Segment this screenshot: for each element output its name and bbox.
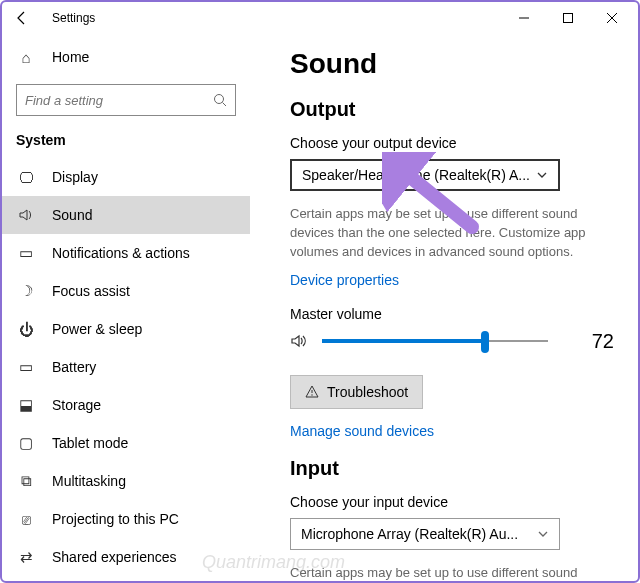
tablet-icon: ▢ (16, 433, 36, 453)
search-icon (213, 93, 227, 107)
output-device-properties-link[interactable]: Device properties (290, 272, 614, 288)
power-icon: ⏻ (16, 319, 36, 339)
window-title: Settings (52, 11, 95, 25)
close-button[interactable] (590, 3, 634, 33)
volume-icon[interactable] (290, 332, 308, 350)
sidebar-home[interactable]: ⌂ Home (2, 38, 250, 76)
battery-icon: ▭ (16, 357, 36, 377)
display-icon: 🖵 (16, 167, 36, 187)
multitasking-icon: ⧉ (16, 471, 36, 491)
window-controls (502, 3, 634, 33)
output-device-label: Choose your output device (290, 135, 614, 151)
output-heading: Output (290, 98, 614, 121)
sidebar-item-label: Multitasking (52, 473, 126, 489)
focus-icon: ☽ (16, 281, 36, 301)
sidebar-item-label: Notifications & actions (52, 245, 190, 261)
sidebar-item-storage[interactable]: ⬓ Storage (2, 386, 250, 424)
input-device-select[interactable]: Microphone Array (Realtek(R) Au... (290, 518, 560, 550)
svg-rect-1 (564, 14, 573, 23)
sidebar-item-clipboard[interactable]: 📋 Clipboard (2, 576, 250, 581)
storage-icon: ⬓ (16, 395, 36, 415)
sidebar-item-label: Home (52, 49, 89, 65)
sidebar-item-label: Display (52, 169, 98, 185)
sidebar-item-sound[interactable]: Sound (2, 196, 250, 234)
sidebar-item-shared[interactable]: ⇄ Shared experiences (2, 538, 250, 576)
svg-point-4 (215, 95, 224, 104)
volume-slider[interactable] (322, 339, 548, 343)
output-device-select[interactable]: Speaker/Headphone (Realtek(R) A... (290, 159, 560, 191)
sidebar-item-battery[interactable]: ▭ Battery (2, 348, 250, 386)
sidebar: ⌂ Home System 🖵 Display Sound ▭ Notifica… (2, 34, 250, 581)
input-desc: Certain apps may be set up to use differ… (290, 564, 614, 581)
sidebar-item-label: Power & sleep (52, 321, 142, 337)
slider-thumb[interactable] (481, 331, 489, 353)
home-icon: ⌂ (16, 47, 36, 67)
maximize-button[interactable] (546, 3, 590, 33)
sidebar-item-label: Focus assist (52, 283, 130, 299)
sidebar-item-label: Projecting to this PC (52, 511, 179, 527)
manage-devices-link[interactable]: Manage sound devices (290, 423, 614, 439)
output-device-value: Speaker/Headphone (Realtek(R) A... (302, 167, 530, 183)
troubleshoot-button[interactable]: Troubleshoot (290, 375, 423, 409)
sidebar-item-display[interactable]: 🖵 Display (2, 158, 250, 196)
sidebar-item-focus-assist[interactable]: ☽ Focus assist (2, 272, 250, 310)
input-heading: Input (290, 457, 614, 480)
chevron-down-icon (536, 169, 548, 181)
troubleshoot-label: Troubleshoot (327, 384, 408, 400)
volume-value: 72 (592, 330, 614, 353)
shared-icon: ⇄ (16, 547, 36, 567)
output-desc: Certain apps may be set up to use differ… (290, 205, 614, 262)
search-field[interactable] (25, 93, 213, 108)
svg-point-7 (311, 394, 312, 395)
projecting-icon: ⎚ (16, 509, 36, 529)
sidebar-item-multitasking[interactable]: ⧉ Multitasking (2, 462, 250, 500)
page-title: Sound (290, 48, 614, 80)
sidebar-item-power[interactable]: ⏻ Power & sleep (2, 310, 250, 348)
chevron-down-icon (537, 528, 549, 540)
master-volume-label: Master volume (290, 306, 614, 322)
sidebar-item-label: Shared experiences (52, 549, 177, 565)
sidebar-item-label: Storage (52, 397, 101, 413)
sidebar-item-tablet[interactable]: ▢ Tablet mode (2, 424, 250, 462)
sidebar-item-label: Battery (52, 359, 96, 375)
sidebar-item-label: Sound (52, 207, 92, 223)
svg-line-5 (223, 103, 227, 107)
search-input[interactable] (16, 84, 236, 116)
sidebar-item-projecting[interactable]: ⎚ Projecting to this PC (2, 500, 250, 538)
sidebar-item-label: Tablet mode (52, 435, 128, 451)
sidebar-item-notifications[interactable]: ▭ Notifications & actions (2, 234, 250, 272)
sound-icon (16, 205, 36, 225)
minimize-button[interactable] (502, 3, 546, 33)
master-volume-row: 72 (290, 330, 614, 353)
titlebar: Settings (2, 2, 638, 34)
back-button[interactable] (6, 2, 38, 34)
warning-icon (305, 385, 319, 399)
input-device-label: Choose your input device (290, 494, 614, 510)
main-content: Sound Output Choose your output device S… (250, 34, 638, 581)
category-header: System (2, 128, 250, 158)
notifications-icon: ▭ (16, 243, 36, 263)
input-device-value: Microphone Array (Realtek(R) Au... (301, 526, 518, 542)
